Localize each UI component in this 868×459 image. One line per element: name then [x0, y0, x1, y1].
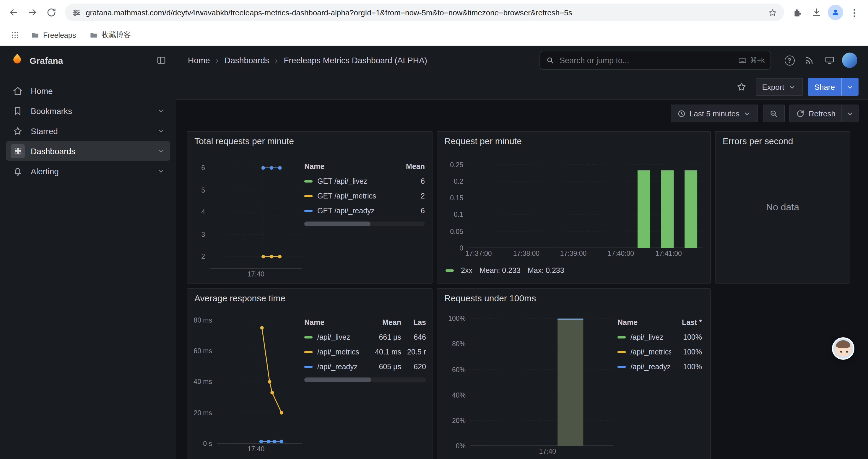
rss-icon[interactable] [800, 51, 819, 70]
series-name[interactable]: /api/_livez [630, 333, 671, 341]
legend-col-mean[interactable]: Mean [370, 318, 401, 326]
search-shortcut: ⌘+k [738, 56, 765, 65]
scrollbar-thumb[interactable] [304, 222, 370, 226]
favorite-star-icon[interactable] [732, 78, 751, 96]
sidebar-item-home[interactable]: Home [6, 81, 170, 100]
legend-col-name[interactable]: Name [617, 318, 671, 326]
legend-col-name[interactable]: Name [304, 318, 370, 326]
chevron-down-icon[interactable] [157, 106, 165, 115]
refresh-interval-chevron[interactable] [842, 104, 859, 122]
series-name[interactable]: /api/_metrics [630, 348, 671, 356]
series-name[interactable]: /api/_readyz [317, 362, 370, 371]
legend-stats[interactable]: 2xx Mean: 0.233 Max: 0.233 [445, 266, 564, 275]
scrollbar-thumb[interactable] [304, 378, 371, 382]
floating-assistant-avatar[interactable] [832, 337, 855, 360]
chevron-down-icon [845, 109, 855, 118]
bookmark-label: 收藏博客 [101, 30, 131, 40]
sidebar-item-dashboards[interactable]: Dashboards [6, 141, 170, 161]
browser-menu-icon[interactable]: ⋮ [845, 4, 863, 21]
site-info-icon[interactable] [72, 8, 81, 17]
legend-col-last[interactable]: Las [401, 318, 426, 326]
search-placeholder: Search or jump to... [560, 56, 629, 65]
legend-row[interactable]: GET /api/_livez 6 [304, 174, 425, 189]
apps-grid-icon[interactable] [7, 28, 23, 43]
chevron-down-icon[interactable] [157, 167, 165, 175]
series-swatch [304, 336, 313, 338]
chevron-down-icon[interactable] [157, 126, 165, 135]
legend-scrollbar[interactable] [304, 378, 426, 382]
series-swatch [304, 209, 313, 212]
legend-row[interactable]: /api/_livez 100% [617, 330, 702, 345]
series-name[interactable]: /api/_metrics [317, 348, 370, 356]
profile-avatar[interactable] [827, 4, 844, 21]
panel-title[interactable]: Average response time [194, 293, 285, 303]
series-name[interactable]: /api/_livez [317, 333, 370, 341]
dock-sidebar-icon[interactable] [156, 55, 167, 66]
bookmark-folder-freeleaps[interactable]: Freeleaps [26, 28, 81, 42]
extensions-icon[interactable] [789, 4, 807, 21]
legend-scrollbar[interactable] [304, 222, 425, 226]
legend-row[interactable]: /api/_livez 661 µs 646 [304, 330, 426, 345]
breadcrumb-home[interactable]: Home [188, 56, 210, 65]
breadcrumb-separator: › [216, 56, 219, 65]
panel-title[interactable]: Requests under 100ms [444, 293, 536, 303]
sidebar-item-alerting[interactable]: Alerting [6, 161, 170, 181]
help-icon[interactable]: ? [779, 51, 800, 70]
chevron-down-icon [845, 83, 855, 91]
time-range-picker[interactable]: Last 5 minutes [671, 104, 758, 122]
breadcrumb-dashboards[interactable]: Dashboards [224, 56, 269, 65]
chevron-down-icon[interactable] [157, 146, 165, 155]
legend-row[interactable]: GET /api/_readyz 6 [304, 203, 425, 218]
kiosk-monitor-icon[interactable] [819, 51, 840, 70]
address-bar[interactable]: grafana.mathmast.com/d/deytv4rwavabkb/fr… [65, 4, 784, 21]
zoom-out-icon [770, 109, 778, 118]
user-avatar[interactable] [840, 51, 860, 70]
search-input[interactable]: Search or jump to... ⌘+k [539, 51, 771, 70]
legend-row[interactable]: /api/_metrics 100% [617, 345, 702, 359]
bookmark-star-icon[interactable] [768, 8, 777, 17]
sidebar-item-starred[interactable]: Starred [6, 121, 170, 140]
panel-request-per-minute: Request per minute 0.250.20.150.10.050 1… [437, 131, 711, 284]
series-name[interactable]: /api/_readyz [630, 362, 671, 371]
sidebar-item-bookmarks[interactable]: Bookmarks [6, 101, 170, 121]
reload-icon[interactable] [42, 4, 60, 21]
avatar-eyes [840, 351, 842, 353]
share-button[interactable]: Share [808, 78, 841, 96]
export-button[interactable]: Export [755, 78, 803, 96]
back-icon[interactable] [5, 4, 23, 21]
series-last: 100% [671, 362, 702, 371]
forward-icon[interactable] [24, 4, 41, 21]
bookmark-folder-blogs[interactable]: 收藏博客 [84, 28, 135, 42]
legend-row[interactable]: /api/_readyz 605 µs 620 [304, 359, 426, 374]
legend-col-last[interactable]: Last * [671, 318, 702, 326]
grafana-logo[interactable] [11, 53, 24, 68]
profile-person-icon [828, 5, 843, 20]
series-last: 100% [671, 348, 702, 356]
x-axis: 17:37:0017:38:0017:39:0017:40:0017:41:00 [468, 248, 703, 259]
panel-title[interactable]: Total requests per minute [194, 136, 294, 146]
zoom-out-button[interactable] [763, 104, 785, 122]
series-name[interactable]: GET /api/_readyz [317, 206, 394, 215]
series-mean: 661 µs [370, 333, 401, 341]
x-axis: 17:40 [210, 269, 302, 280]
legend-row[interactable]: /api/_readyz 100% [617, 359, 702, 374]
series-name[interactable]: GET /api/_livez [317, 177, 394, 185]
legend-col-mean[interactable]: Mean [394, 162, 425, 170]
panel-title[interactable]: Request per minute [444, 136, 522, 146]
legend-row[interactable]: /api/_metrics 40.1 ms 20.5 r [304, 345, 426, 359]
legend-row[interactable]: GET /api/_metrics 2 [304, 189, 425, 203]
series-name[interactable]: 2xx [461, 266, 472, 275]
kebab-glyph: ⋮ [850, 7, 859, 18]
series-mean: 2 [394, 192, 425, 200]
share-menu-chevron[interactable] [841, 78, 859, 96]
legend-col-name[interactable]: Name [304, 162, 394, 170]
help-glyph: ? [784, 55, 795, 65]
no-data-message: No data [716, 132, 850, 283]
url-text[interactable]: grafana.mathmast.com/d/deytv4rwavabkb/fr… [86, 8, 764, 17]
plot-area [217, 316, 302, 444]
series-name[interactable]: GET /api/_metrics [317, 192, 394, 200]
y-axis: 65432 [192, 161, 206, 269]
downloads-icon[interactable] [808, 4, 826, 21]
sidebar-nav: Home Bookmarks Starred Dashboards [0, 74, 176, 187]
refresh-button[interactable]: Refresh [790, 104, 842, 122]
